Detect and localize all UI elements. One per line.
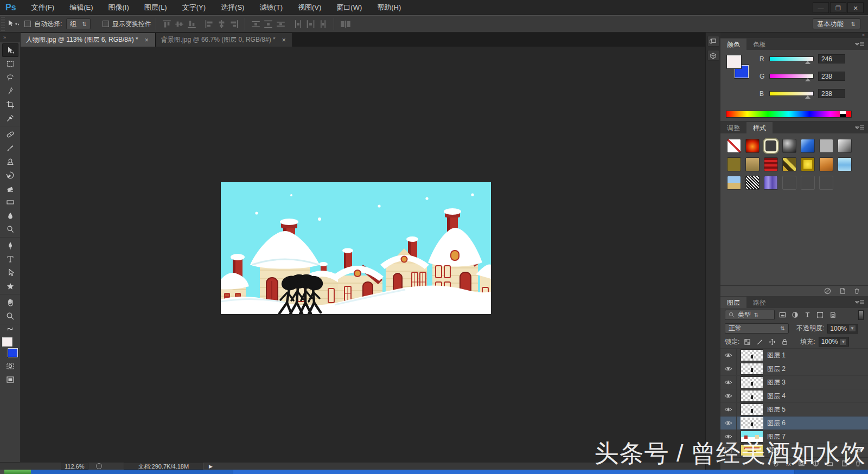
background-color-swatch[interactable]	[8, 348, 18, 357]
style-swatch[interactable]	[745, 176, 760, 190]
clear-style-icon[interactable]	[824, 287, 831, 294]
close-button[interactable]: ✕	[847, 2, 864, 13]
color-spectrum-ramp[interactable]	[726, 111, 852, 118]
tab-close-icon[interactable]: ×	[144, 36, 150, 44]
align-top-edges-icon[interactable]	[162, 20, 171, 29]
visibility-toggle[interactable]	[720, 349, 737, 362]
style-swatch-none[interactable]	[727, 139, 741, 153]
blend-mode-dropdown[interactable]: 正常 ⇅	[725, 323, 789, 334]
align-vertical-centers-icon[interactable]	[175, 20, 184, 29]
blur-tool[interactable]	[2, 209, 18, 222]
lock-transparency-icon[interactable]	[743, 337, 752, 346]
filter-type-dropdown[interactable]: 类型 ⇅	[725, 310, 775, 320]
style-swatch-empty[interactable]	[801, 176, 815, 190]
slider-thumb[interactable]	[805, 95, 810, 99]
menu-window[interactable]: 窗口(W)	[329, 0, 369, 15]
menu-edit[interactable]: 编辑(E)	[62, 0, 100, 15]
menu-filter[interactable]: 滤镜(T)	[252, 0, 290, 15]
style-swatch[interactable]	[764, 139, 778, 153]
filter-type-layers-icon[interactable]	[803, 311, 812, 319]
eyedropper-tool[interactable]	[2, 111, 18, 125]
visibility-toggle[interactable]	[720, 362, 737, 375]
panel-menu-icon[interactable]	[855, 124, 865, 131]
red-value-field[interactable]: 246	[818, 54, 845, 63]
document-canvas[interactable]	[221, 182, 491, 314]
align-horizontal-centers-icon[interactable]	[217, 20, 226, 29]
filter-shape-layers-icon[interactable]	[815, 311, 825, 319]
blue-slider[interactable]	[769, 91, 814, 96]
history-panel-icon[interactable]	[707, 36, 719, 47]
filtering-toggle[interactable]	[858, 310, 864, 320]
tab-adjustments[interactable]: 调整	[720, 122, 746, 133]
style-swatch[interactable]	[801, 139, 815, 153]
visibility-toggle[interactable]	[720, 417, 737, 430]
style-swatch[interactable]	[838, 157, 852, 171]
tab-color[interactable]: 颜色	[720, 39, 746, 50]
distribute-horizontal-centers-icon[interactable]	[306, 20, 315, 29]
menu-view[interactable]: 视图(V)	[290, 0, 329, 15]
dodge-tool[interactable]	[2, 222, 18, 236]
layer-thumbnail[interactable]	[741, 390, 763, 401]
lock-all-icon[interactable]	[780, 337, 789, 346]
delete-style-icon[interactable]	[853, 287, 860, 294]
rectangular-marquee-tool[interactable]	[2, 57, 18, 71]
tab-close-icon[interactable]: ×	[281, 36, 287, 44]
layer-row-selected[interactable]: 图层 6	[720, 417, 868, 430]
eraser-tool[interactable]	[2, 182, 18, 195]
menu-help[interactable]: 帮助(H)	[369, 0, 409, 15]
distribute-bottom-edges-icon[interactable]	[276, 20, 285, 29]
layer-row[interactable]: 图层 1	[720, 349, 868, 362]
restore-button[interactable]: ❐	[830, 2, 846, 13]
distribute-left-edges-icon[interactable]	[293, 20, 303, 29]
visibility-toggle[interactable]	[720, 403, 737, 416]
auto-select-dropdown[interactable]: 组 ⇅	[66, 18, 90, 29]
menu-select[interactable]: 选择(S)	[213, 0, 252, 15]
auto-align-layers-icon[interactable]	[340, 20, 352, 29]
minimize-button[interactable]: —	[813, 2, 829, 13]
tab-swatches[interactable]: 色板	[746, 39, 773, 50]
layer-thumbnail[interactable]	[741, 377, 763, 388]
screen-mode-button[interactable]	[2, 373, 18, 386]
distribute-vertical-centers-icon[interactable]	[264, 20, 273, 29]
filter-smart-objects-icon[interactable]	[828, 311, 837, 319]
green-slider[interactable]	[769, 74, 814, 79]
swap-colors-icon[interactable]	[2, 324, 18, 333]
layer-row[interactable]: 图层 2	[720, 362, 868, 376]
custom-shape-tool[interactable]	[2, 279, 18, 293]
dropdown-arrow-icon[interactable]: ▼	[840, 339, 846, 345]
options-bar-grip[interactable]	[1, 17, 5, 31]
layer-thumbnail[interactable]	[741, 418, 763, 428]
layer-row[interactable]: 图层 5	[720, 403, 868, 417]
visibility-toggle[interactable]	[720, 389, 737, 402]
style-swatch[interactable]	[819, 139, 833, 153]
style-swatch-empty[interactable]	[782, 176, 796, 190]
layer-thumbnail[interactable]	[741, 363, 763, 374]
horizontal-type-tool[interactable]	[2, 252, 18, 266]
dropdown-arrow-icon[interactable]: ▼	[849, 325, 856, 331]
menu-layer[interactable]: 图层(L)	[137, 0, 175, 15]
crop-tool[interactable]	[2, 98, 18, 111]
move-tool-preset-icon[interactable]	[7, 20, 19, 28]
style-swatch[interactable]	[764, 157, 778, 171]
spot-healing-brush-tool[interactable]	[2, 127, 18, 141]
tab-paths[interactable]: 路径	[746, 297, 773, 308]
style-swatch[interactable]	[745, 157, 760, 171]
foreground-color-swatch[interactable]	[2, 337, 12, 347]
history-brush-tool[interactable]	[2, 168, 18, 182]
lasso-tool[interactable]	[2, 71, 18, 84]
foreground-color-swatch[interactable]	[727, 55, 741, 68]
distribute-right-edges-icon[interactable]	[318, 20, 328, 29]
gradient-tool[interactable]	[2, 195, 18, 209]
panel-menu-icon[interactable]	[855, 41, 865, 47]
document-tab-inactive[interactable]: 背景图.jpg @ 66.7% (图层 0, RGB/8#) * ×	[156, 33, 293, 47]
properties-panel-icon[interactable]	[707, 50, 719, 61]
filter-pixel-layers-icon[interactable]	[778, 311, 787, 319]
lock-position-icon[interactable]	[768, 337, 777, 346]
zoom-level-field[interactable]: 112.6%	[61, 463, 88, 470]
blue-value-field[interactable]: 238	[818, 89, 845, 98]
tab-layers[interactable]: 图层	[720, 297, 746, 308]
style-swatch-empty[interactable]	[819, 176, 833, 190]
slider-thumb[interactable]	[805, 78, 810, 81]
workspace-switcher[interactable]: 基本功能 ⇅	[813, 18, 860, 29]
style-swatch[interactable]	[838, 139, 852, 153]
